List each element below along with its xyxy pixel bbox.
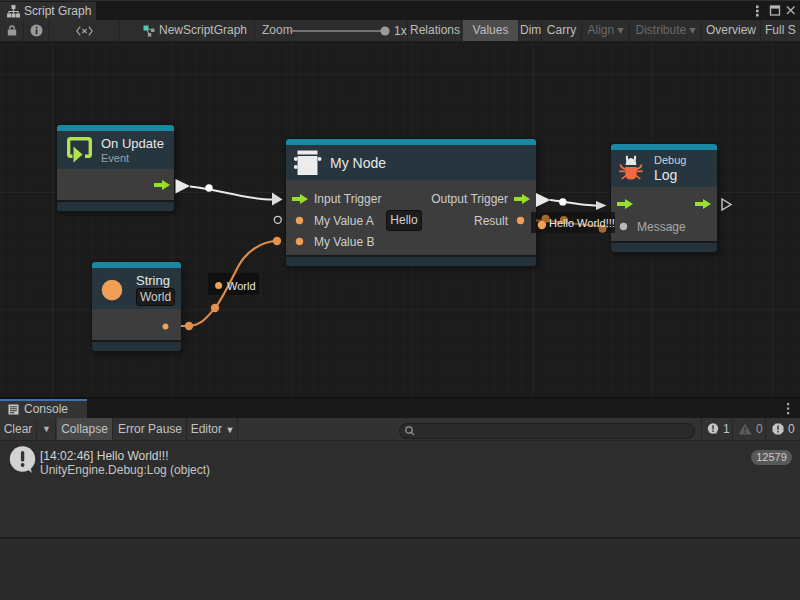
svg-text:1x: 1x [394,24,407,38]
